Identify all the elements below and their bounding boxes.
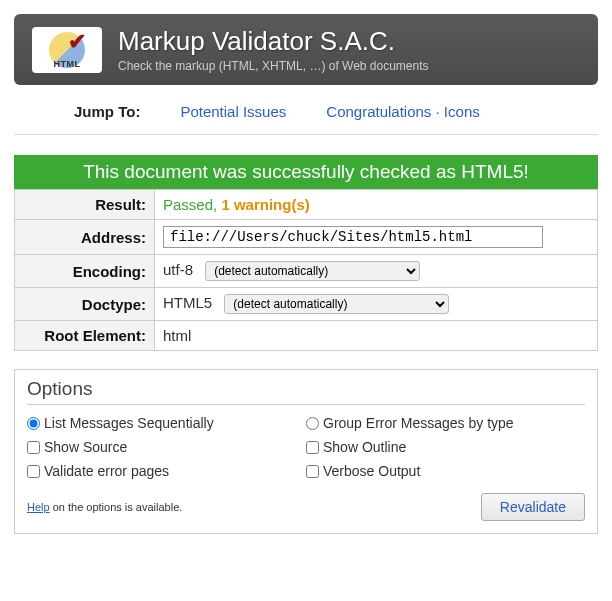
opt-list-sequentially[interactable]: List Messages Sequentially — [27, 415, 306, 431]
checkbox-show-outline[interactable] — [306, 441, 319, 454]
checkmark-icon: ✔ — [68, 29, 88, 49]
doctype-label: Doctype: — [15, 288, 155, 321]
encoding-label: Encoding: — [15, 255, 155, 288]
doctype-value: HTML5 — [163, 294, 212, 311]
radio-group-by-type[interactable] — [306, 417, 319, 430]
jumpnav-label: Jump To: — [74, 103, 140, 120]
opt-show-outline[interactable]: Show Outline — [306, 439, 585, 455]
header-banner: ✔ HTML Markup Validator S.A.C. Check the… — [14, 14, 598, 85]
opt-validate-error-pages[interactable]: Validate error pages — [27, 463, 306, 479]
doctype-detect-select[interactable]: (detect automatically) — [224, 294, 449, 314]
checkbox-validate-error-pages[interactable] — [27, 465, 40, 478]
opt-show-outline-label: Show Outline — [323, 439, 406, 455]
opt-group-by-type-label: Group Error Messages by type — [323, 415, 514, 431]
result-table: Result: Passed, 1 warning(s) Address: En… — [14, 189, 598, 351]
checkbox-show-source[interactable] — [27, 441, 40, 454]
opt-validate-error-pages-label: Validate error pages — [44, 463, 169, 479]
result-passed-text: Passed, — [163, 196, 221, 213]
encoding-value: utf-8 — [163, 261, 193, 278]
result-value: Passed, 1 warning(s) — [155, 190, 598, 220]
opt-verbose-output[interactable]: Verbose Output — [306, 463, 585, 479]
page-subtitle: Check the markup (HTML, XHTML, …) of Web… — [118, 59, 429, 73]
help-text: Help on the options is available. — [27, 501, 182, 513]
address-cell — [155, 220, 598, 255]
opt-show-source-label: Show Source — [44, 439, 127, 455]
opt-group-by-type[interactable]: Group Error Messages by type — [306, 415, 585, 431]
jump-nav: Jump To: Potential Issues Congratulation… — [14, 85, 598, 135]
logo-text: HTML — [54, 59, 81, 69]
success-banner: This document was successfully checked a… — [14, 155, 598, 189]
help-rest: on the options is available. — [50, 501, 183, 513]
row-root: Root Element: html — [15, 321, 598, 351]
root-value: html — [155, 321, 598, 351]
result-warning-text: 1 warning(s) — [221, 196, 309, 213]
address-input[interactable] — [163, 226, 543, 248]
row-result: Result: Passed, 1 warning(s) — [15, 190, 598, 220]
options-grid: List Messages Sequentially Group Error M… — [27, 415, 585, 479]
page-title: Markup Validator S.A.C. — [118, 26, 429, 57]
options-panel: Options List Messages Sequentially Group… — [14, 369, 598, 534]
radio-list-sequentially[interactable] — [27, 417, 40, 430]
row-address: Address: — [15, 220, 598, 255]
address-label: Address: — [15, 220, 155, 255]
options-title: Options — [27, 378, 585, 405]
link-potential-issues[interactable]: Potential Issues — [180, 103, 286, 120]
options-footer: Help on the options is available. Revali… — [27, 493, 585, 521]
opt-show-source[interactable]: Show Source — [27, 439, 306, 455]
opt-verbose-output-label: Verbose Output — [323, 463, 420, 479]
row-encoding: Encoding: utf-8 (detect automatically) — [15, 255, 598, 288]
header-text: Markup Validator S.A.C. Check the markup… — [118, 26, 429, 73]
revalidate-button[interactable]: Revalidate — [481, 493, 585, 521]
opt-list-sequentially-label: List Messages Sequentially — [44, 415, 214, 431]
checkbox-verbose-output[interactable] — [306, 465, 319, 478]
doctype-cell: HTML5 (detect automatically) — [155, 288, 598, 321]
link-congratulations-icons[interactable]: Congratulations · Icons — [326, 103, 479, 120]
root-label: Root Element: — [15, 321, 155, 351]
logo: ✔ HTML — [32, 27, 102, 73]
encoding-cell: utf-8 (detect automatically) — [155, 255, 598, 288]
help-link[interactable]: Help — [27, 501, 50, 513]
encoding-detect-select[interactable]: (detect automatically) — [205, 261, 420, 281]
result-label: Result: — [15, 190, 155, 220]
row-doctype: Doctype: HTML5 (detect automatically) — [15, 288, 598, 321]
